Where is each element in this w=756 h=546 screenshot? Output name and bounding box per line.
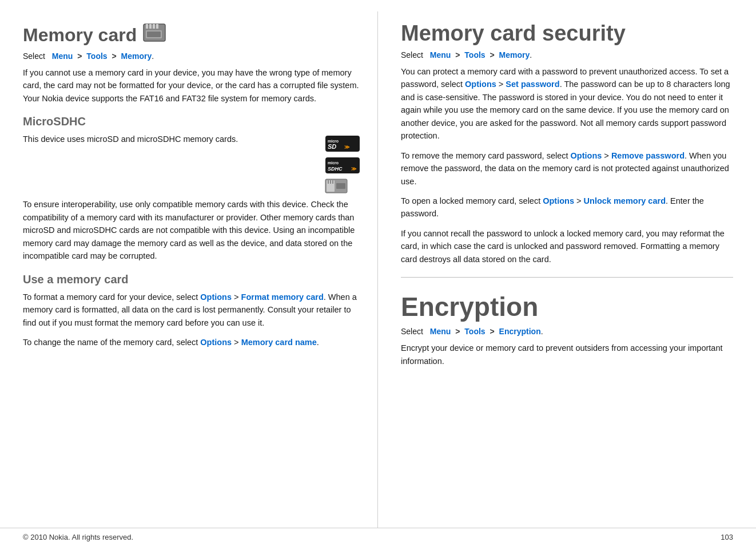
microSDHC-heading: MicroSDHC bbox=[23, 115, 360, 128]
memory-card-security-heading: Memory card security bbox=[401, 22, 733, 46]
options-link-r1[interactable]: Options bbox=[465, 80, 496, 89]
encryption-link[interactable]: Encryption bbox=[499, 327, 541, 336]
intro-text: If you cannot use a memory card in your … bbox=[23, 66, 360, 105]
memory-link-right[interactable]: Memory bbox=[499, 50, 530, 60]
menu-link[interactable]: Menu bbox=[52, 52, 73, 61]
svg-text:SD: SD bbox=[328, 143, 336, 150]
use-text1: To format a memory card for your device,… bbox=[23, 291, 360, 329]
enc-text: Encrypt your device or memory card to pr… bbox=[401, 342, 733, 367]
svg-rect-20 bbox=[336, 183, 345, 189]
svg-text:≫: ≫ bbox=[344, 144, 350, 150]
left-column: Memory card Select Menu > Tools > bbox=[0, 11, 378, 528]
security-para3: To open a locked memory card, select Opt… bbox=[401, 195, 733, 220]
svg-rect-6 bbox=[147, 31, 161, 37]
enc-nav-line: Select Menu > Tools > Encryption. bbox=[401, 327, 733, 336]
tools-link[interactable]: Tools bbox=[86, 52, 107, 61]
use-text2: To change the name of the memory card, s… bbox=[23, 336, 360, 349]
svg-rect-17 bbox=[328, 180, 329, 184]
page-footer: © 2010 Nokia. All rights reserved. 103 bbox=[0, 528, 756, 546]
svg-rect-1 bbox=[146, 24, 148, 29]
microsd-logos: micro SD ≫ micro SDHC ≫ bbox=[325, 135, 360, 193]
memory-card-name-link[interactable]: Memory card name bbox=[241, 338, 317, 347]
right-column: Memory card security Select Menu > Tools… bbox=[378, 11, 756, 528]
page-number: 103 bbox=[721, 533, 733, 541]
options-link-1[interactable]: Options bbox=[200, 292, 232, 302]
memory-card-icon bbox=[142, 22, 169, 48]
menu-link-enc[interactable]: Menu bbox=[430, 327, 451, 336]
microsd-logo-2: micro SDHC ≫ bbox=[325, 157, 360, 174]
microSDHC-section: This device uses microSD and microSDHC m… bbox=[23, 133, 360, 193]
nav-line-right: Select Menu > Tools > Memory. bbox=[401, 50, 733, 60]
microSDHC-text1: This device uses microSD and microSDHC m… bbox=[23, 133, 319, 145]
svg-rect-2 bbox=[149, 24, 152, 29]
svg-text:≫: ≫ bbox=[351, 166, 357, 172]
svg-rect-19 bbox=[332, 180, 333, 184]
tools-link-right[interactable]: Tools bbox=[464, 50, 485, 60]
menu-link-right[interactable]: Menu bbox=[430, 50, 451, 60]
format-memory-link[interactable]: Format memory card bbox=[241, 292, 324, 302]
set-password-link[interactable]: Set password bbox=[506, 80, 559, 89]
copyright-text: © 2010 Nokia. All rights reserved. bbox=[23, 533, 133, 541]
memory-card-title: Memory card bbox=[23, 25, 137, 46]
nav-line-1: Select Menu > Tools > Memory. bbox=[23, 52, 360, 61]
svg-text:micro: micro bbox=[328, 161, 339, 165]
svg-text:micro: micro bbox=[328, 139, 339, 143]
remove-password-link[interactable]: Remove password bbox=[611, 151, 685, 160]
options-link-2[interactable]: Options bbox=[200, 338, 232, 347]
security-para2: To remove the memory card password, sele… bbox=[401, 149, 733, 188]
microSDHC-text2: To ensure interoperability, use only com… bbox=[23, 198, 360, 262]
svg-rect-3 bbox=[153, 24, 155, 29]
section-divider bbox=[401, 277, 733, 278]
use-memory-heading: Use a memory card bbox=[23, 273, 360, 286]
card-reader-icon bbox=[325, 179, 348, 193]
svg-rect-4 bbox=[156, 24, 158, 29]
options-link-r2[interactable]: Options bbox=[571, 151, 602, 160]
microsd-logo-1: micro SD ≫ bbox=[325, 135, 360, 152]
unlock-memory-card-link[interactable]: Unlock memory card bbox=[584, 196, 666, 205]
tools-link-enc[interactable]: Tools bbox=[464, 327, 485, 336]
svg-text:SDHC: SDHC bbox=[328, 166, 343, 172]
memory-link[interactable]: Memory bbox=[121, 52, 152, 61]
memory-card-heading: Memory card bbox=[23, 22, 360, 48]
svg-rect-18 bbox=[330, 180, 331, 184]
options-link-r3[interactable]: Options bbox=[543, 196, 574, 205]
encryption-heading: Encryption bbox=[401, 291, 733, 322]
security-para1: You can protect a memory card with a pas… bbox=[401, 65, 733, 143]
security-para4: If you cannot recall the password to unl… bbox=[401, 227, 733, 266]
